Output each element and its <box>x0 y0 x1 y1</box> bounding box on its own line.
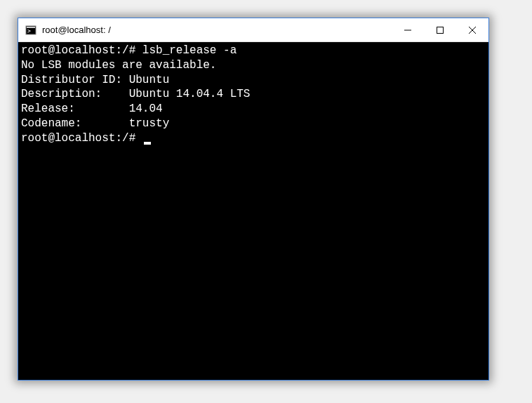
window-controls <box>392 18 488 41</box>
terminal-body[interactable]: root@localhost:/# lsb_release -aNo LSB m… <box>18 42 488 380</box>
maximize-button[interactable] <box>424 18 456 41</box>
terminal-line: Description: Ubuntu 14.04.4 LTS <box>21 87 486 102</box>
minimize-icon <box>404 27 411 34</box>
terminal-window: > root@localhost: / root@loca <box>18 18 489 381</box>
minimize-button[interactable] <box>392 18 424 41</box>
terminal-prompt-line: root@localhost:/# <box>21 131 486 146</box>
terminal-line: Codename: trusty <box>21 117 486 131</box>
window-title: root@localhost: / <box>42 25 392 35</box>
close-icon <box>469 27 476 34</box>
app-icon: > <box>25 25 36 36</box>
svg-rect-4 <box>437 27 444 33</box>
terminal-line: root@localhost:/# lsb_release -a <box>21 44 486 58</box>
titlebar[interactable]: > root@localhost: / <box>18 18 488 42</box>
terminal-line: Distributor ID: Ubuntu <box>21 73 486 88</box>
maximize-icon <box>437 27 444 34</box>
terminal-line: Release: 14.04 <box>21 102 486 117</box>
terminal-line: No LSB modules are available. <box>21 58 486 73</box>
cursor-icon <box>144 142 151 145</box>
terminal-prompt: root@localhost:/# <box>21 132 142 145</box>
svg-text:>: > <box>27 28 31 34</box>
close-button[interactable] <box>456 18 488 41</box>
